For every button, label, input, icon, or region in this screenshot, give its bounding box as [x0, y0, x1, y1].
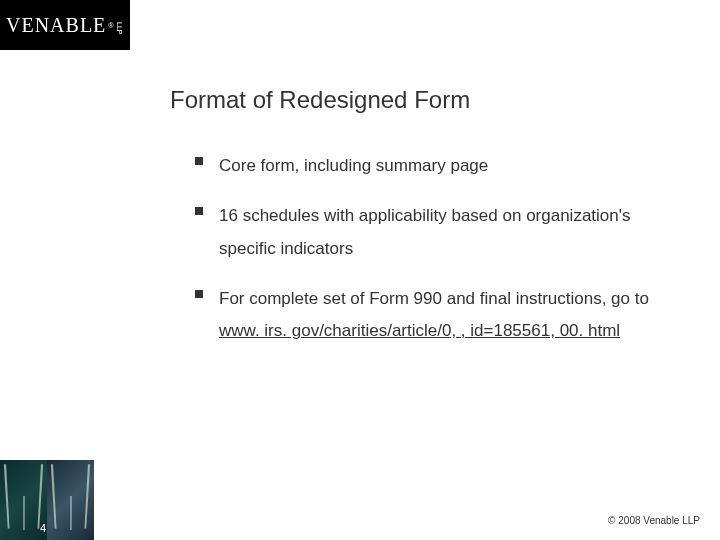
list-item: 16 schedules with applicability based on… [195, 200, 680, 265]
logo-bar: VENABLE ® LLP [0, 0, 130, 50]
bullet-text: For complete set of Form 990 and final i… [219, 283, 680, 348]
bullet-text: 16 schedules with applicability based on… [219, 200, 680, 265]
footer-image [0, 460, 95, 540]
logo-registered: ® [108, 22, 113, 29]
bullet-list: Core form, including summary page 16 sch… [195, 150, 680, 365]
slide-title: Format of Redesigned Form [170, 86, 470, 114]
list-item: For complete set of Form 990 and final i… [195, 283, 680, 348]
bullet-icon [195, 157, 203, 165]
bullet-link[interactable]: www. irs. gov/charities/article/0, , id=… [219, 321, 620, 340]
bullet-icon [195, 290, 203, 298]
bullet-icon [195, 207, 203, 215]
copyright: © 2008 Venable LLP [608, 515, 700, 526]
list-item: Core form, including summary page [195, 150, 680, 182]
logo-suffix: LLP [116, 22, 123, 34]
logo-brand: VENABLE [6, 14, 106, 37]
page-number: 4 [40, 522, 46, 534]
bullet-text: Core form, including summary page [219, 150, 488, 182]
bullet-prefix: For complete set of Form 990 and final i… [219, 289, 649, 308]
